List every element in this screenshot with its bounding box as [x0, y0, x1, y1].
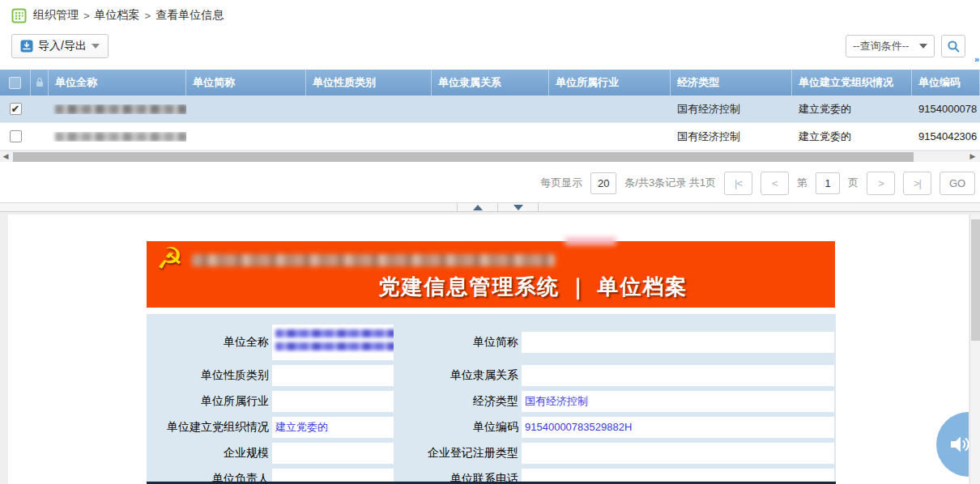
page-number-input[interactable] [816, 172, 840, 194]
field-value-registration-type[interactable] [522, 443, 834, 464]
pagination-bar: 每页显示 条/共3条记录 共1页 |< < 第 页 > >| GO [0, 162, 980, 204]
field-label-registration-type: 企业登记注册类型 [394, 446, 522, 461]
go-button[interactable]: GO [940, 172, 975, 195]
page-prefix-label: 第 [797, 176, 807, 190]
import-export-icon [20, 40, 33, 53]
unit-table: 单位全称 单位简称 单位性质类别 单位隶属关系 单位所属行业 经济类型 单位建立… [0, 70, 980, 162]
speaker-icon [949, 434, 969, 455]
field-value-unit-code[interactable]: 91540000783529882H [522, 417, 834, 438]
field-value-unit-industry[interactable] [272, 391, 394, 412]
text-to-speech-widget[interactable] [936, 412, 969, 477]
organization-icon [11, 8, 27, 23]
redacted-org-name [192, 254, 555, 266]
triangle-up-icon [473, 205, 483, 210]
breadcrumb-item-org-management[interactable]: 组织管理 [33, 8, 79, 23]
records-total-label: 条/共3条记录 共1页 [624, 176, 716, 190]
detail-banner: ☭ 党建信息管理系统 ｜ 单位档案 [147, 241, 835, 308]
field-label-party-org-status: 单位建立党组织情况 [147, 420, 272, 435]
col-header-unit-industry[interactable]: 单位所属行业 [549, 70, 671, 96]
field-value-enterprise-scale[interactable] [272, 443, 394, 464]
table-header-row: 单位全称 单位简称 单位性质类别 单位隶属关系 单位所属行业 经济类型 单位建立… [0, 70, 980, 96]
col-header-unit-short-name[interactable]: 单位简称 [186, 70, 306, 96]
field-value-party-org-status[interactable]: 建立党委的 [272, 417, 394, 438]
per-page-label: 每页显示 [540, 176, 582, 190]
field-value-economic-type[interactable]: 国有经济控制 [522, 391, 834, 412]
field-value-unit-affiliation[interactable] [522, 365, 834, 386]
chevron-down-icon [92, 44, 100, 49]
horizontal-scrollbar-thumb[interactable] [13, 152, 914, 162]
next-page-button[interactable]: > [867, 172, 895, 195]
redacted-unit-name [55, 104, 186, 114]
vertical-scrollbar[interactable] [969, 214, 980, 484]
vertical-scrollbar-thumb[interactable] [971, 219, 980, 341]
row-checkbox[interactable] [10, 130, 22, 142]
field-value-unit-full-name[interactable] [272, 325, 394, 360]
form-row: 单位所属行业 经济类型 国有经济控制 [147, 390, 836, 413]
field-label-unit-industry: 单位所属行业 [147, 394, 272, 409]
party-emblem-icon: ☭ [156, 243, 183, 275]
redacted-blob [565, 237, 616, 245]
col-header-party-org-status[interactable]: 单位建立党组织情况 [792, 70, 912, 96]
per-page-input[interactable] [590, 172, 616, 194]
cell-economic-type: 国有经济控制 [671, 102, 792, 117]
col-header-unit-code[interactable]: 单位编码 [912, 70, 980, 96]
cell-party-org-status: 建立党委的 [792, 129, 912, 144]
first-page-button[interactable]: |< [724, 172, 752, 195]
collapse-right-icon[interactable]: » [974, 54, 979, 64]
field-value-unit-nature[interactable] [272, 365, 394, 386]
cell-party-org-status: 建立党委的 [792, 102, 912, 117]
splitter-collapse-down-button[interactable] [498, 203, 539, 211]
redacted-value [275, 342, 394, 350]
col-header-unit-affiliation[interactable]: 单位隶属关系 [432, 70, 549, 96]
table-row[interactable]: ✔ 国有经济控制 建立党委的 9154000078 [0, 96, 980, 123]
cell-unit-code: 9154042306 [912, 130, 980, 142]
import-export-button[interactable]: 导入/导出 [11, 34, 109, 58]
form-row: 单位全称 单位简称 [147, 324, 836, 361]
cell-unit-code: 9154000078 [912, 103, 980, 115]
field-label-economic-type: 经济类型 [394, 394, 522, 409]
form-row: 单位建立党组织情况 建立党委的 单位编码 91540000783529882H [147, 416, 836, 439]
redacted-unit-name [55, 132, 186, 142]
prev-page-button[interactable]: < [761, 172, 789, 195]
breadcrumb-item-unit-archive[interactable]: 单位档案 [95, 8, 140, 23]
field-label-unit-code: 单位编码 [394, 420, 522, 435]
field-label-unit-nature: 单位性质类别 [147, 368, 272, 383]
form-row: 企业规模 企业登记注册类型 [147, 442, 836, 465]
triangle-down-icon [513, 205, 523, 210]
page-suffix-label: 页 [848, 176, 859, 190]
col-header-unit-nature[interactable]: 单位性质类别 [306, 70, 432, 96]
field-label-unit-short-name: 单位简称 [394, 335, 522, 350]
scroll-right-icon[interactable]: ▶ [967, 151, 978, 162]
field-label-unit-full-name: 单位全称 [147, 335, 272, 350]
breadcrumb-separator: > [145, 10, 151, 22]
horizontal-scrollbar[interactable]: ◀ ▶ [0, 151, 980, 162]
redacted-value [275, 329, 394, 338]
search-button[interactable] [941, 35, 965, 57]
field-label-unit-affiliation: 单位隶属关系 [394, 368, 522, 383]
detail-section: ☭ 党建信息管理系统 ｜ 单位档案 单位全称 单位简称 单位性质类别 单位隶属关… [0, 212, 980, 484]
select-all-checkbox[interactable] [9, 77, 21, 89]
splitter-collapse-up-button[interactable] [458, 203, 498, 211]
col-header-economic-type[interactable]: 经济类型 [671, 70, 792, 96]
field-label-enterprise-scale: 企业规模 [147, 446, 272, 461]
search-icon [947, 40, 961, 53]
lock-icon [35, 77, 45, 88]
row-checkbox[interactable]: ✔ [10, 103, 22, 115]
unit-detail-panel: ☭ 党建信息管理系统 ｜ 单位档案 单位全称 单位简称 单位性质类别 单位隶属关… [8, 214, 969, 484]
unit-detail-form: 单位全称 单位简称 单位性质类别 单位隶属关系 单位所属行业 经济类型 国有经济… [147, 314, 836, 484]
table-row[interactable]: 国有经济控制 建立党委的 9154042306 [0, 123, 980, 151]
chevron-down-icon [919, 44, 927, 49]
breadcrumb-separator: > [83, 10, 90, 22]
form-row: 单位性质类别 单位隶属关系 [147, 364, 836, 387]
scroll-left-icon[interactable]: ◀ [0, 151, 11, 162]
query-condition-select[interactable]: --查询条件-- [846, 35, 935, 57]
page: { "breadcrumb": { "items": ["组织管理", "单位档… [0, 0, 980, 484]
breadcrumb-item-current: 查看单位信息 [156, 8, 224, 23]
query-condition-value: --查询条件-- [853, 39, 909, 53]
panel-splitter[interactable] [0, 202, 980, 212]
import-export-label: 导入/导出 [38, 39, 87, 53]
field-value-unit-short-name[interactable] [522, 332, 834, 353]
cell-economic-type: 国有经济控制 [671, 129, 792, 144]
col-header-unit-full-name[interactable]: 单位全称 [49, 70, 186, 96]
last-page-button[interactable]: >| [903, 172, 931, 195]
